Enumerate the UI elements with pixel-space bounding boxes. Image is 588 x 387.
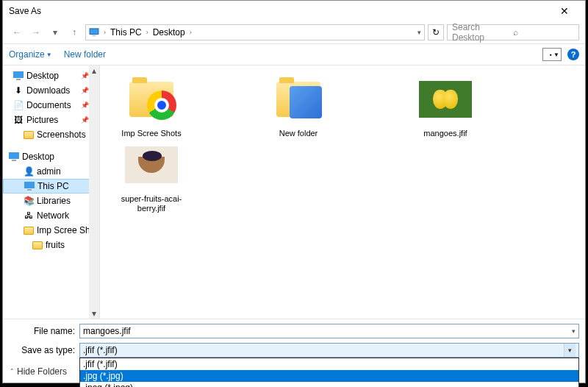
view-options-button[interactable]: ▪ ▼ [542, 48, 562, 61]
filename-input[interactable]: mangoes.jfif ▾ [79, 324, 579, 338]
folder-icon [32, 241, 43, 249]
file-label: Imp Scree Shots [107, 129, 196, 138]
new-folder-button[interactable]: New folder [64, 49, 106, 60]
tree-item-this-pc[interactable]: This PC [3, 179, 99, 194]
search-placeholder: Search Desktop [452, 22, 513, 43]
filename-label: File name: [9, 326, 79, 336]
tree-item-network[interactable]: 🖧 Network [3, 208, 99, 223]
svg-rect-2 [13, 71, 24, 78]
this-pc-icon [24, 181, 35, 191]
address-field[interactable]: › This PC › Desktop › ▾ [85, 24, 425, 40]
window-title: Save As [9, 6, 550, 16]
tree-item-pictures[interactable]: 🖼 Pictures📌 [3, 113, 99, 127]
chevron-right-icon: › [102, 29, 107, 36]
main-area: Desktop📌 ⬇ Downloads📌 📄 Documents📌 🖼 Pic… [3, 65, 585, 319]
folder-icon [276, 82, 320, 117]
forward-button[interactable]: → [28, 24, 44, 40]
pin-icon: 📌 [81, 116, 89, 124]
svg-rect-6 [24, 182, 35, 188]
chevron-right-icon: › [188, 29, 193, 36]
file-item-folder[interactable]: Imp Scree Shots [107, 73, 196, 138]
image-thumbnail [125, 146, 178, 183]
chevron-down-icon[interactable]: ▾ [572, 327, 576, 335]
pin-icon: 📌 [81, 102, 89, 109]
close-button[interactable]: ✕ [550, 1, 579, 21]
tree-item-desktop-root[interactable]: Desktop [3, 149, 99, 164]
saveastype-combobox[interactable]: .jfif (*.jfif) ▾ [79, 343, 579, 358]
navigation-tree: Desktop📌 ⬇ Downloads📌 📄 Documents📌 🖼 Pic… [3, 65, 100, 319]
file-item-image[interactable]: super-fruits-acai-berry.jfif [107, 138, 196, 213]
user-icon: 👤 [24, 166, 34, 177]
svg-rect-4 [9, 152, 19, 159]
titlebar: Save As ✕ [3, 1, 585, 21]
svg-rect-5 [12, 160, 16, 161]
chevron-down-icon: ▼ [46, 52, 52, 58]
command-bar: Organize ▼ New folder ▪ ▼ ? [3, 43, 585, 65]
recent-locations-chevron[interactable]: ▾ [47, 24, 63, 40]
back-button[interactable]: ← [9, 24, 25, 40]
file-label: super-fruits-acai-berry.jfif [107, 194, 196, 213]
type-option[interactable]: .jfif (*.jfif) [80, 358, 578, 370]
tree-item-desktop[interactable]: Desktop📌 [3, 68, 99, 83]
saveastype-label: Save as type: [9, 345, 79, 355]
tree-scrollbar[interactable]: ▴▾ [89, 65, 99, 319]
folder-icon [129, 82, 173, 117]
tree-item-documents[interactable]: 📄 Documents📌 [3, 98, 99, 113]
svg-rect-1 [92, 35, 96, 36]
bottom-panel: File name: mangoes.jfif ▾ Save as type: … [3, 319, 585, 383]
image-thumbnail [419, 81, 472, 118]
folder-icon [24, 227, 34, 235]
folder-icon [24, 131, 34, 139]
desktop-icon [13, 71, 24, 81]
organize-button[interactable]: Organize ▼ [9, 49, 52, 60]
search-input[interactable]: Search Desktop ⌕ [447, 24, 579, 40]
breadcrumb-leaf[interactable]: Desktop [153, 27, 185, 38]
win11-icon [290, 86, 322, 118]
downloads-icon: ⬇ [13, 85, 24, 96]
svg-rect-7 [27, 189, 32, 191]
address-dropdown-chevron[interactable]: ▾ [417, 29, 421, 36]
file-item-folder[interactable]: New folder [254, 73, 343, 138]
chevron-down-icon[interactable]: ▾ [564, 344, 576, 357]
type-option[interactable]: .jpg (*.jpg) [80, 370, 578, 382]
up-button[interactable]: ↑ [66, 24, 82, 40]
tree-item-fruits[interactable]: fruits [3, 238, 99, 252]
chevron-up-icon: ˄ [10, 368, 14, 375]
save-as-dialog: Save As ✕ ← → ▾ ↑ › This PC › Desktop › … [2, 0, 586, 383]
hide-folders-button[interactable]: ˄ Hide Folders [9, 365, 68, 378]
refresh-button[interactable]: ↻ [428, 24, 444, 40]
filename-value: mangoes.jfif [83, 326, 131, 336]
file-label: mangoes.jfif [401, 129, 490, 138]
type-option[interactable]: .jpeg (*.jpeg) [80, 382, 578, 387]
pictures-icon: 🖼 [13, 115, 24, 125]
chevron-right-icon: › [145, 29, 150, 36]
network-icon: 🖧 [24, 210, 34, 221]
tree-item-admin[interactable]: 👤 admin [3, 164, 99, 179]
search-icon: ⌕ [513, 27, 574, 38]
tree-item-screenshots[interactable]: Screenshots [3, 127, 99, 142]
tree-item-downloads[interactable]: ⬇ Downloads📌 [3, 83, 99, 98]
desktop-icon [9, 152, 19, 162]
file-item-image[interactable]: mangoes.jfif [401, 73, 490, 138]
saveastype-dropdown: .jfif (*.jfif) .jpg (*.jpg) .jpeg (*.jpe… [79, 358, 579, 387]
svg-rect-3 [16, 79, 21, 80]
help-button[interactable]: ? [567, 49, 579, 60]
tree-item-libraries[interactable]: 📚 Libraries [3, 194, 99, 208]
file-label: New folder [254, 129, 343, 138]
pin-icon: 📌 [81, 72, 89, 79]
saveastype-value: .jfif (*.jfif) [83, 345, 118, 355]
documents-icon: 📄 [13, 100, 24, 110]
file-list[interactable]: Imp Scree Shots New folder mangoes.jfif … [100, 65, 585, 319]
breadcrumb-root[interactable]: This PC [110, 27, 142, 38]
chrome-icon [147, 90, 176, 120]
libraries-icon: 📚 [24, 196, 34, 206]
svg-rect-0 [90, 29, 98, 35]
this-pc-icon [89, 27, 99, 38]
tree-item-imp-scree-shots[interactable]: Imp Scree Shots [3, 223, 99, 238]
address-bar: ← → ▾ ↑ › This PC › Desktop › ▾ ↻ Search… [3, 21, 585, 43]
pin-icon: 📌 [81, 87, 89, 94]
